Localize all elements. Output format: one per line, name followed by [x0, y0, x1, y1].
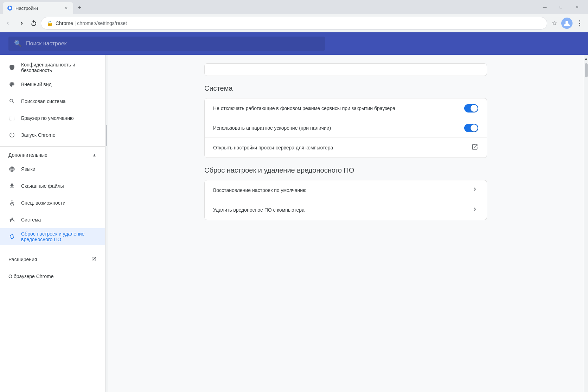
restore-defaults-label: Восстановление настроек по умолчанию	[213, 182, 471, 199]
chevron-right-icon	[471, 187, 478, 194]
profile-button[interactable]	[561, 18, 573, 29]
search-input[interactable]	[26, 40, 319, 47]
remove-malware-chevron	[471, 206, 478, 214]
sidebar-appearance-label: Внешний вид	[21, 82, 52, 87]
svg-rect-1	[9, 6, 10, 7]
sidebar-item-extensions[interactable]: Расширения	[0, 251, 105, 268]
sidebar: Конфиденциальность и безопасность Внешни…	[0, 55, 106, 392]
reset-card: Восстановление настроек по умолчанию Уда…	[204, 180, 487, 220]
top-card-partial	[204, 63, 487, 76]
sidebar-downloads-label: Скачанные файлы	[21, 183, 64, 189]
system-card: Не отключать работающие в фоновом режиме…	[204, 98, 487, 158]
tab-strip: Настройки ✕ +	[0, 2, 534, 14]
nav-bar: 🔒 Chrome | chrome://settings/reset ☆ ⋮	[0, 14, 588, 32]
chrome-menu-button[interactable]: ⋮	[574, 18, 585, 29]
scroll-thumb[interactable]	[585, 63, 588, 77]
address-domain: Chrome	[56, 20, 73, 26]
open-external-icon	[471, 145, 478, 152]
sidebar-item-accessibility[interactable]: Спец. возможности	[0, 194, 105, 211]
sidebar-reset-label: Сброс настроек и удаление вредоносного П…	[21, 231, 97, 242]
address-bar[interactable]: 🔒 Chrome | chrome://settings/reset	[41, 17, 547, 30]
toggle-on-2[interactable]	[464, 124, 478, 132]
sidebar-accessibility-label: Спец. возможности	[21, 200, 65, 206]
tab-close-button[interactable]: ✕	[63, 5, 69, 11]
sidebar-languages-label: Языки	[21, 166, 36, 172]
remove-malware-label: Удалить вредоносное ПО с компьютера	[213, 201, 471, 218]
back-button[interactable]	[3, 18, 14, 29]
settings-body: Конфиденциальность и безопасность Внешни…	[0, 55, 588, 392]
accessibility-icon	[8, 199, 15, 206]
reload-button[interactable]	[28, 18, 39, 29]
toggle-on[interactable]	[464, 104, 478, 113]
window-controls: — □ ✕	[534, 0, 588, 14]
address-text: Chrome | chrome://settings/reset	[56, 20, 541, 26]
sidebar-scroll-thumb[interactable]	[106, 125, 107, 146]
proxy-settings-row[interactable]: Открыть настройки прокси-сервера для ком…	[205, 138, 487, 158]
settings-header: 🔍	[0, 32, 588, 55]
search-box[interactable]: 🔍	[8, 37, 325, 51]
sidebar-system-label: Система	[21, 217, 41, 223]
collapse-icon: ▲	[92, 153, 97, 158]
wrench-icon	[8, 216, 15, 223]
minimize-button[interactable]: —	[537, 1, 553, 13]
hardware-acceleration-label: Использовать аппаратное ускорение (при н…	[213, 120, 464, 136]
forward-button[interactable]	[15, 18, 27, 29]
sidebar-item-privacy[interactable]: Конфиденциальность и безопасность	[0, 59, 105, 76]
advanced-section-header[interactable]: Дополнительные ▲	[0, 149, 105, 161]
globe-icon	[8, 166, 15, 173]
title-bar: Настройки ✕ + — □ ✕	[0, 0, 588, 14]
proxy-external-icon[interactable]	[471, 143, 478, 152]
sidebar-item-reset[interactable]: Сброс настроек и удаление вредоносного П…	[0, 228, 105, 245]
palette-icon	[8, 81, 15, 88]
settings-page: Система Не отключать работающие в фоново…	[187, 55, 504, 237]
sidebar-item-about[interactable]: О браузере Chrome	[0, 268, 105, 285]
sidebar-divider-2	[0, 248, 105, 248]
svg-point-3	[12, 200, 13, 201]
toggle-thumb-2	[471, 124, 478, 131]
toggle-thumb	[471, 105, 478, 112]
sidebar-item-default-browser[interactable]: Браузер по умолчанию	[0, 110, 105, 127]
reset-section-title: Сброс настроек и удаление вредоносного П…	[204, 166, 487, 174]
main-content: Система Не отключать работающие в фоново…	[108, 55, 584, 392]
sidebar-item-downloads[interactable]: Скачанные файлы	[0, 178, 105, 194]
security-icon: 🔒	[47, 20, 53, 26]
browser-icon	[8, 115, 15, 122]
power-icon	[8, 131, 15, 139]
reset-icon	[8, 233, 15, 240]
close-button[interactable]: ✕	[569, 1, 585, 13]
sidebar-privacy-label: Конфиденциальность и безопасность	[21, 62, 97, 73]
sidebar-item-appearance[interactable]: Внешний вид	[0, 76, 105, 93]
tab-favicon	[7, 5, 13, 11]
restore-defaults-chevron	[471, 186, 478, 194]
hardware-acceleration-toggle[interactable]	[464, 124, 478, 132]
restore-defaults-row[interactable]: Восстановление настроек по умолчанию	[205, 180, 487, 200]
sidebar-scrollbar[interactable]	[106, 55, 108, 392]
remove-malware-row[interactable]: Удалить вредоносное ПО с компьютера	[205, 200, 487, 220]
proxy-settings-label: Открыть настройки прокси-сервера для ком…	[213, 139, 471, 156]
svg-point-2	[565, 21, 568, 24]
new-tab-button[interactable]: +	[75, 3, 84, 13]
content-area: 🔍 Конфиденциальность и безопасность	[0, 32, 588, 392]
search-icon: 🔍	[14, 40, 22, 47]
extensions-label: Расширения	[8, 257, 85, 262]
sidebar-item-languages[interactable]: Языки	[0, 161, 105, 178]
about-label: О браузере Chrome	[8, 274, 54, 279]
external-link-icon	[91, 256, 97, 263]
sidebar-divider-1	[0, 146, 105, 147]
sidebar-item-system[interactable]: Система	[0, 211, 105, 228]
maximize-button[interactable]: □	[553, 1, 569, 13]
sidebar-item-search[interactable]: Поисковая система	[0, 93, 105, 110]
bookmark-button[interactable]: ☆	[549, 18, 560, 29]
background-apps-toggle[interactable]	[464, 104, 478, 113]
background-apps-row: Не отключать работающие в фоновом режиме…	[205, 98, 487, 118]
download-icon	[8, 182, 15, 189]
hardware-acceleration-row: Использовать аппаратное ускорение (при н…	[205, 118, 487, 138]
shield-icon	[8, 64, 15, 71]
active-tab[interactable]: Настройки ✕	[3, 2, 73, 14]
right-scrollbar[interactable]: ▲	[584, 55, 588, 392]
nav-right-buttons: ☆ ⋮	[549, 18, 585, 29]
chevron-right-icon-2	[471, 207, 478, 214]
scroll-up-arrow[interactable]: ▲	[584, 55, 588, 62]
search-sidebar-icon	[8, 98, 15, 105]
sidebar-item-startup[interactable]: Запуск Chrome	[0, 127, 105, 143]
